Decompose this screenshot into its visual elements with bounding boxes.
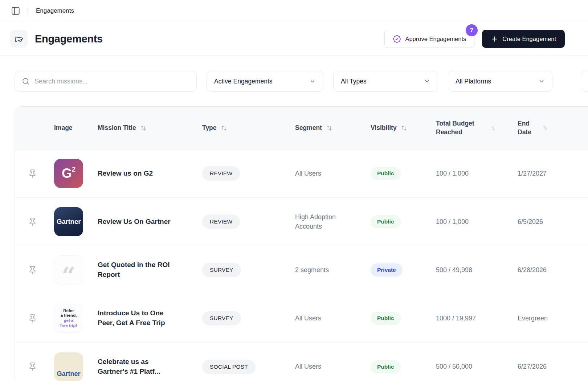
- megaphone-icon: [13, 33, 24, 44]
- filter-row: Active Engagements All Types All Platfor…: [15, 71, 588, 92]
- budget-value: 1000 / 19,997: [436, 314, 476, 323]
- visibility-cell: Public: [366, 312, 432, 325]
- gartner-logo: Gartner: [57, 370, 80, 378]
- page-title: Engagements: [35, 33, 103, 45]
- approve-engagements-button[interactable]: Approve Engagements 7: [384, 30, 474, 48]
- column-header-visibility[interactable]: Visibility: [366, 107, 432, 149]
- column-header-total-budget[interactable]: Total Budget Reached: [432, 107, 513, 149]
- visibility-cell: Private: [366, 263, 432, 276]
- column-header-type[interactable]: Type: [198, 107, 291, 149]
- budget-value: 500 / 49,998: [436, 265, 472, 275]
- table-row[interactable]: Refer a friend, get a free trip! Introdu…: [15, 294, 588, 343]
- type-badge: SOCIAL POST: [202, 360, 256, 374]
- mission-title[interactable]: Celebrate us as Gartner's #1 Platf...: [98, 357, 160, 376]
- status-filter-value: Active Engagements: [214, 78, 273, 85]
- mission-title[interactable]: Review us on G2: [98, 169, 153, 179]
- table-row[interactable]: Gartner Review Us On Gartner REVIEW High…: [15, 198, 588, 246]
- table-row[interactable]: Gartner Celebrate us as Gartner's #1 Pla…: [15, 343, 588, 381]
- approve-count-badge: 7: [466, 24, 478, 36]
- segment-cell: All Users: [291, 314, 366, 323]
- segment-value: All Users: [295, 314, 321, 323]
- topbar-divider: [28, 7, 28, 15]
- pin-button[interactable]: [28, 266, 37, 275]
- pin-cell: [15, 169, 50, 178]
- type-cell: REVIEW: [198, 214, 291, 229]
- type-badge: REVIEW: [202, 166, 240, 181]
- budget-cell: 1000 / 19,997: [432, 314, 513, 323]
- visibility-cell: Public: [366, 215, 432, 228]
- column-header-filler: [575, 107, 588, 149]
- pin-cell: [15, 217, 50, 226]
- end-date-cell: 1/27/2027: [513, 169, 575, 178]
- sort-icon[interactable]: [400, 124, 408, 132]
- search-icon: [22, 77, 30, 85]
- column-header-segment[interactable]: Segment: [291, 107, 366, 149]
- table-row[interactable]: G2 Review us on G2 REVIEW All Users Publ…: [15, 149, 588, 198]
- type-cell: SURVEY: [198, 263, 291, 277]
- mission-title[interactable]: Review Us On Gartner: [98, 217, 171, 227]
- chevron-down-icon: [424, 78, 430, 85]
- mission-image: Refer a friend, get a free trip!: [54, 304, 83, 333]
- column-header-end-date[interactable]: End Date: [513, 107, 575, 149]
- segment-value: All Users: [295, 169, 321, 178]
- type-badge: SURVEY: [202, 311, 241, 325]
- mission-title-cell: Introduce Us to One Peer, Get A Free Tri…: [93, 308, 198, 328]
- mission-image: G2: [54, 159, 83, 188]
- platform-filter-value: All Platforms: [456, 78, 491, 85]
- pin-button[interactable]: [28, 362, 37, 371]
- end-date-cell: 6/27/2026: [513, 362, 575, 371]
- pin-icon: [28, 266, 37, 275]
- quote-icon: “: [62, 274, 75, 278]
- pin-icon: [28, 314, 37, 323]
- budget-cell: 500 / 50,000: [432, 362, 513, 371]
- sort-icon[interactable]: [220, 124, 228, 132]
- top-bar: Engagements: [0, 0, 588, 22]
- type-filter-dropdown[interactable]: All Types: [333, 71, 438, 92]
- header-actions: Approve Engagements 7 Create Engagement: [384, 30, 565, 48]
- end-date-cell: 6/5/2026: [513, 217, 575, 226]
- sort-icon[interactable]: [140, 124, 147, 132]
- breadcrumb: Engagements: [36, 7, 74, 15]
- chevron-down-icon: [538, 78, 545, 85]
- end-date-cell: Evergreen: [513, 314, 575, 323]
- sort-icon[interactable]: [326, 124, 333, 132]
- mission-image: Gartner: [54, 352, 83, 381]
- title-icon-box: [10, 30, 28, 48]
- clipped-filter-dropdown[interactable]: [581, 71, 588, 92]
- g2-logo: G2: [62, 167, 75, 180]
- pin-button[interactable]: [28, 217, 37, 226]
- segment-value: High Adoption Accounts: [295, 212, 353, 231]
- pin-button[interactable]: [28, 169, 37, 178]
- sidebar-toggle-button[interactable]: [10, 5, 21, 16]
- mission-title-cell: Get Quoted in the ROI Report: [93, 260, 198, 279]
- visibility-cell: Public: [366, 167, 432, 180]
- end-date-value: Evergreen: [518, 314, 548, 323]
- image-cell: Gartner: [50, 207, 93, 236]
- type-badge: REVIEW: [202, 214, 240, 229]
- end-date-value: 1/27/2027: [518, 169, 547, 178]
- pin-button[interactable]: [28, 314, 37, 323]
- mission-title[interactable]: Get Quoted in the ROI Report: [98, 260, 170, 279]
- search-box[interactable]: [15, 71, 197, 92]
- segment-value: All Users: [295, 362, 321, 371]
- platform-filter-dropdown[interactable]: All Platforms: [448, 71, 552, 92]
- status-filter-dropdown[interactable]: Active Engagements: [207, 71, 323, 92]
- visibility-badge: Private: [371, 263, 403, 276]
- sort-icon[interactable]: [490, 126, 495, 131]
- create-engagement-button[interactable]: Create Engagement: [482, 30, 565, 48]
- search-input[interactable]: [34, 78, 189, 85]
- end-date-value: 6/5/2026: [518, 217, 543, 226]
- budget-cell: 100 / 1,000: [432, 169, 513, 178]
- table-row[interactable]: “ Get Quoted in the ROI Report SURVEY 2 …: [15, 246, 588, 294]
- plus-icon: [491, 35, 498, 43]
- segment-cell: High Adoption Accounts: [291, 212, 366, 231]
- column-header-mission-title[interactable]: Mission Title: [93, 107, 198, 149]
- sort-icon[interactable]: [542, 125, 548, 131]
- image-cell: “: [50, 255, 93, 284]
- mission-title[interactable]: Introduce Us to One Peer, Get A Free Tri…: [98, 308, 165, 328]
- mission-image: Gartner: [54, 207, 83, 236]
- segment-value: 2 segments: [295, 265, 329, 275]
- approve-button-label: Approve Engagements: [405, 36, 466, 42]
- mission-title-cell: Review Us On Gartner: [93, 217, 198, 227]
- visibility-badge: Public: [371, 167, 401, 180]
